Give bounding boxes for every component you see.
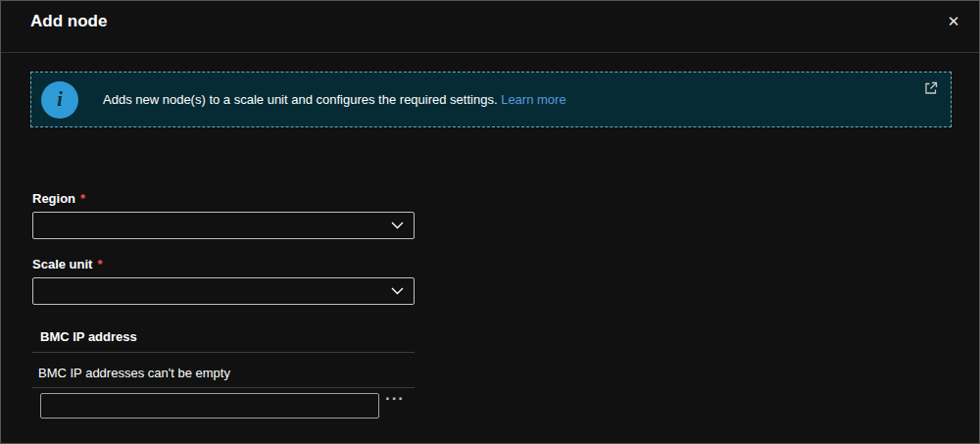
bmc-ip-input[interactable] bbox=[40, 393, 379, 419]
info-banner-message: Adds new node(s) to a scale unit and con… bbox=[103, 92, 498, 107]
required-asterisk: * bbox=[97, 257, 102, 271]
scale-unit-label: Scale unit* bbox=[32, 257, 102, 271]
info-banner: i Adds new node(s) to a scale unit and c… bbox=[30, 72, 952, 127]
close-icon[interactable]: ✕ bbox=[944, 12, 963, 31]
region-label: Region* bbox=[32, 191, 85, 206]
required-asterisk: * bbox=[80, 191, 85, 206]
region-dropdown[interactable] bbox=[32, 212, 415, 239]
info-banner-text: Adds new node(s) to a scale unit and con… bbox=[103, 92, 625, 107]
bmc-error-message: BMC IP addresses can't be empty bbox=[38, 366, 230, 380]
info-icon: i bbox=[41, 81, 78, 119]
chevron-down-icon bbox=[391, 287, 404, 295]
page-title: Add node bbox=[30, 12, 107, 31]
header-divider bbox=[1, 52, 979, 53]
ellipsis-menu-button[interactable]: ··· bbox=[385, 389, 405, 409]
popout-icon[interactable] bbox=[923, 80, 939, 96]
chevron-down-icon bbox=[391, 222, 404, 229]
bmc-error-divider bbox=[32, 387, 415, 388]
bmc-section-title: BMC IP address bbox=[40, 329, 137, 344]
bmc-section-divider bbox=[32, 352, 415, 353]
learn-more-link[interactable]: Learn more bbox=[501, 92, 565, 107]
scale-unit-dropdown[interactable] bbox=[32, 277, 415, 305]
add-node-dialog: Add node ✕ i Adds new node(s) to a scale… bbox=[0, 0, 980, 444]
